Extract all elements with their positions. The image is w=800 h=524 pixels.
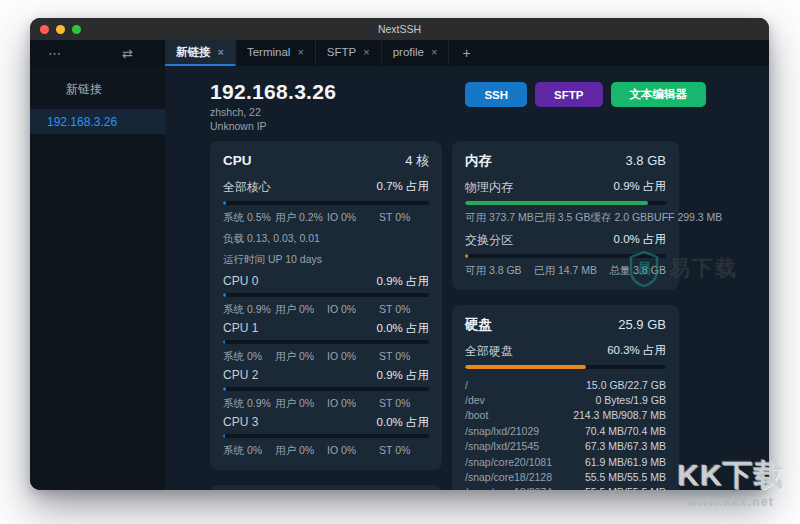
- memory-total: 3.8 GB: [626, 153, 666, 168]
- tab-label: 新链接: [176, 45, 211, 60]
- watermark-url: www.kkx.net: [677, 495, 784, 509]
- host-header: 192.168.3.26 zhshch, 22 Unknown IP SSH S…: [210, 79, 769, 133]
- network-panel: 网络 上传 12.2 KB/s 下载: [210, 485, 442, 490]
- physical-memory-bar: [465, 201, 666, 205]
- tab-label: Terminal: [247, 46, 290, 58]
- disk-mount-row: /15.0 GB/22.7 GB: [465, 377, 666, 392]
- disk-overall-usage: 60.3% 占用: [607, 343, 666, 360]
- physical-memory-usage: 0.9% 占用: [614, 179, 666, 196]
- disk-mount-row: /dev0 Bytes/1.9 GB: [465, 392, 666, 407]
- titlebar: NextSSH: [30, 18, 769, 40]
- sidebar: 新链接 192.168.3.26: [30, 66, 165, 490]
- cpu-core-bar: [223, 387, 429, 391]
- cpu-core-block: CPU 00.9% 占用 系统 0.9%用户 0%IO 0%ST 0%: [223, 274, 429, 317]
- memory-panel: 内存 3.8 GB 物理内存 0.9% 占用 可用 373: [452, 141, 679, 290]
- cpu-core-block: CPU 10.0% 占用 系统 0%用户 0%IO 0%ST 0%: [223, 321, 429, 364]
- cpu-overall-usage: 0.7% 占用: [377, 179, 429, 196]
- disk-mount-row: /snap/core18/212855.5 MB/55.5 MB: [465, 469, 666, 484]
- memory-panel-title: 内存: [465, 152, 492, 170]
- main-content: 192.168.3.26 zhshch, 22 Unknown IP SSH S…: [165, 66, 769, 490]
- disk-panel-title: 硬盘: [465, 316, 492, 334]
- disk-mount-row: /snap/core18/207455.5 MB/55.5 MB: [465, 485, 666, 490]
- disk-mount-row: /boot214.3 MB/908.7 MB: [465, 408, 666, 423]
- host-info: 192.168.3.26 zhshch, 22 Unknown IP: [210, 79, 336, 133]
- app-window: NextSSH ⋯ ⇄ 新链接 × Terminal × SFTP × prof…: [30, 18, 769, 490]
- text-editor-button[interactable]: 文本编辑器: [611, 82, 707, 107]
- tab-terminal[interactable]: Terminal ×: [236, 40, 316, 66]
- tab-label: SFTP: [327, 46, 356, 58]
- physical-memory-stats: 可用 373.7 MB已用 3.5 GB缓存 2.0 GBBUFF 299.3 …: [465, 211, 666, 225]
- disk-overall-label: 全部硬盘: [465, 343, 513, 360]
- tab-bar: ⋯ ⇄ 新链接 × Terminal × SFTP × profile × +: [30, 40, 769, 66]
- cpu-core-bar: [223, 293, 429, 297]
- physical-memory-label: 物理内存: [465, 179, 513, 196]
- disk-total: 25.9 GB: [618, 317, 666, 332]
- page-title: 192.168.3.26: [210, 79, 336, 105]
- cpu-panel: CPU 4 核 全部核心 0.7% 占用 系统 0.5%用: [210, 141, 442, 470]
- cpu-uptime: 运行时间 UP 10 days: [223, 253, 429, 267]
- new-tab-button[interactable]: +: [449, 40, 483, 66]
- close-tab-icon[interactable]: ×: [297, 46, 303, 58]
- sftp-button[interactable]: SFTP: [535, 82, 602, 107]
- cpu-panel-title: CPU: [223, 153, 252, 168]
- tab-label: profile: [393, 46, 424, 58]
- sync-icon[interactable]: ⇄: [122, 47, 133, 60]
- sidebar-item-host[interactable]: 192.168.3.26: [30, 109, 165, 134]
- action-buttons: SSH SFTP 文本编辑器: [465, 79, 706, 133]
- ssh-button[interactable]: SSH: [465, 82, 527, 107]
- cpu-core-count: 4 核: [405, 152, 429, 170]
- cpu-overall-bar: [223, 201, 429, 205]
- host-ip-info: Unknown IP: [210, 119, 336, 133]
- cpu-load: 负载 0.13, 0.03, 0.01: [223, 232, 429, 246]
- sidebar-toolbar: ⋯ ⇄: [30, 40, 165, 66]
- disk-mount-row: /snap/lxd/2154567.3 MB/67.3 MB: [465, 439, 666, 454]
- menu-ellipsis-icon[interactable]: ⋯: [48, 47, 61, 60]
- tab-new-link[interactable]: 新链接 ×: [165, 40, 236, 66]
- tab-profile[interactable]: profile ×: [382, 40, 450, 66]
- cpu-core-bar: [223, 340, 429, 344]
- sidebar-section-label: 新链接: [30, 81, 165, 98]
- disk-mount-row: /snap/lxd/2102970.4 MB/70.4 MB: [465, 423, 666, 438]
- close-tab-icon[interactable]: ×: [363, 46, 369, 58]
- close-tab-icon[interactable]: ×: [218, 46, 224, 58]
- disk-panel: 硬盘 25.9 GB 全部硬盘 60.3% 占用 /15.0 GB/22.7 G…: [452, 305, 679, 490]
- cpu-core-block: CPU 20.9% 占用 系统 0.9%用户 0%IO 0%ST 0%: [223, 368, 429, 411]
- cpu-overall-label: 全部核心: [223, 179, 271, 196]
- disk-overall-bar: [465, 365, 666, 369]
- cpu-overall-stats: 系统 0.5%用户 0.2%IO 0%ST 0%: [223, 211, 429, 225]
- cpu-core-block: CPU 30.0% 占用 系统 0%用户 0%IO 0%ST 0%: [223, 415, 429, 458]
- disk-mount-row: /snap/core20/108161.9 MB/61.9 MB: [465, 454, 666, 469]
- swap-usage: 0.0% 占用: [614, 232, 666, 249]
- tab-sftp[interactable]: SFTP ×: [316, 40, 382, 66]
- desktop-background: NextSSH ⋯ ⇄ 新链接 × Terminal × SFTP × prof…: [0, 0, 800, 524]
- window-title: NextSSH: [30, 23, 769, 35]
- close-tab-icon[interactable]: ×: [431, 46, 437, 58]
- host-login: zhshch, 22: [210, 105, 336, 119]
- swap-bar: [465, 254, 666, 258]
- cpu-core-bar: [223, 434, 429, 438]
- swap-label: 交换分区: [465, 232, 513, 249]
- swap-stats: 可用 3.8 GB已用 14.7 MB总量 3.8 GB: [465, 264, 666, 278]
